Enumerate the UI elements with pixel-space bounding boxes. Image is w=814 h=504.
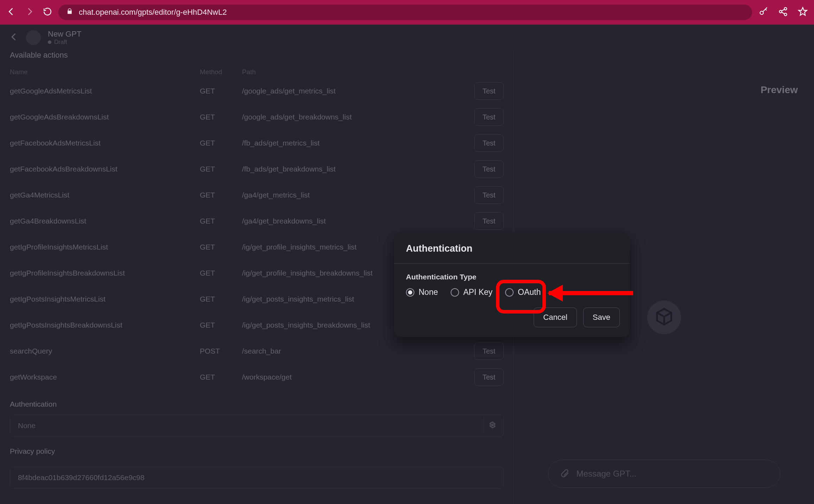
- key-icon[interactable]: [758, 7, 768, 18]
- test-button[interactable]: Test: [474, 160, 504, 178]
- action-name: getIgPostsInsightsBreakdownsList: [10, 321, 200, 329]
- share-icon[interactable]: [778, 7, 788, 18]
- action-method: GET: [200, 87, 242, 95]
- action-row: getFacebookAdsMetricsListGET/fb_ads/get_…: [10, 130, 504, 156]
- gpt-title: New GPT: [48, 30, 81, 39]
- preview-title: Preview: [761, 84, 798, 96]
- reload-icon[interactable]: [43, 7, 52, 18]
- preview-model-avatar: [647, 301, 681, 334]
- annotation-arrow: [549, 291, 633, 295]
- message-placeholder: Message GPT...: [577, 469, 637, 479]
- action-row: getGoogleAdsMetricsListGET/google_ads/ge…: [10, 78, 504, 104]
- annotation-highlight-box: [496, 280, 546, 314]
- action-name: getGoogleAdsBreakdownsList: [10, 113, 200, 121]
- action-name: searchQuery: [10, 347, 200, 355]
- action-method: POST: [200, 347, 242, 355]
- gpt-avatar-placeholder[interactable]: [26, 30, 41, 45]
- authentication-value: None: [18, 421, 36, 430]
- action-method: GET: [200, 139, 242, 147]
- action-name: getIgProfileInsightsBreakdownsList: [10, 269, 200, 277]
- action-path: /workspace/get: [242, 373, 462, 381]
- actions-table-header: Name Method Path: [10, 66, 504, 78]
- svg-point-3: [784, 13, 787, 16]
- star-icon[interactable]: [798, 7, 808, 18]
- app-root: New GPT Draft Available actions Name Met…: [0, 25, 814, 504]
- gear-icon: [489, 421, 496, 430]
- save-button[interactable]: Save: [583, 308, 620, 327]
- action-row: getGoogleAdsBreakdownsListGET/google_ads…: [10, 104, 504, 130]
- action-row: getWorkspaceGET/workspace/getTest: [10, 364, 504, 390]
- action-method: GET: [200, 113, 242, 121]
- action-method: GET: [200, 295, 242, 303]
- action-row: getGa4MetricsListGET/ga4/get_metrics_lis…: [10, 182, 504, 208]
- action-method: GET: [200, 165, 242, 173]
- action-method: GET: [200, 269, 242, 277]
- browser-toolbar: chat.openai.com/gpts/editor/g-eHhD4NwL2: [0, 0, 814, 25]
- action-name: getGoogleAdsMetricsList: [10, 87, 200, 95]
- authentication-field[interactable]: None: [10, 415, 504, 437]
- action-row: getGa4BreakdownsListGET/ga4/get_breakdow…: [10, 208, 504, 234]
- col-path: Path: [242, 68, 462, 76]
- col-method: Method: [200, 68, 242, 76]
- action-method: GET: [200, 217, 242, 225]
- action-path: /fb_ads/get_metrics_list: [242, 139, 462, 147]
- test-button[interactable]: Test: [474, 212, 504, 230]
- action-row: getFacebookAdsBreakdownsListGET/fb_ads/g…: [10, 156, 504, 182]
- lock-icon: [66, 8, 73, 17]
- svg-point-2: [780, 11, 782, 13]
- editor-back-icon[interactable]: [9, 32, 19, 43]
- action-path: /google_ads/get_metrics_list: [242, 87, 462, 95]
- test-button[interactable]: Test: [474, 342, 504, 360]
- col-name: Name: [10, 68, 200, 76]
- auth-type-apikey[interactable]: API Key: [451, 287, 492, 297]
- test-button[interactable]: Test: [474, 134, 504, 152]
- forward-icon[interactable]: [25, 7, 34, 18]
- back-icon[interactable]: [6, 7, 16, 18]
- message-input[interactable]: Message GPT...: [548, 460, 780, 488]
- test-button[interactable]: Test: [474, 186, 504, 204]
- action-method: GET: [200, 191, 242, 199]
- url-text: chat.openai.com/gpts/editor/g-eHhD4NwL2: [79, 8, 227, 17]
- privacy-policy-label: Privacy policy: [10, 447, 504, 455]
- action-name: getIgProfileInsightsMetricsList: [10, 243, 200, 251]
- action-name: getGa4MetricsList: [10, 191, 200, 199]
- action-method: GET: [200, 373, 242, 381]
- svg-point-1: [784, 7, 787, 10]
- radio-icon: [406, 288, 414, 297]
- action-name: getFacebookAdsMetricsList: [10, 139, 200, 147]
- test-button[interactable]: Test: [474, 82, 504, 100]
- privacy-policy-input[interactable]: [10, 467, 504, 489]
- gpt-status: Draft: [48, 39, 81, 46]
- modal-title: Authentication: [394, 232, 630, 264]
- action-name: getGa4BreakdownsList: [10, 217, 200, 225]
- action-method: GET: [200, 321, 242, 329]
- status-dot-icon: [48, 40, 51, 44]
- action-path: /google_ads/get_breakdowns_list: [242, 113, 462, 121]
- available-actions-title: Available actions: [10, 51, 504, 60]
- auth-type-none[interactable]: None: [406, 287, 438, 297]
- attachment-icon[interactable]: [560, 468, 570, 480]
- action-name: getFacebookAdsBreakdownsList: [10, 165, 200, 173]
- test-button[interactable]: Test: [474, 368, 504, 386]
- action-name: getWorkspace: [10, 373, 200, 381]
- action-path: /fb_ads/get_breakdowns_list: [242, 165, 462, 173]
- radio-icon: [451, 288, 459, 297]
- action-path: /search_bar: [242, 347, 462, 355]
- action-path: /ga4/get_breakdowns_list: [242, 217, 462, 225]
- svg-point-4: [491, 424, 493, 426]
- editor-header: New GPT Draft: [0, 25, 814, 49]
- svg-point-0: [760, 11, 763, 14]
- test-button[interactable]: Test: [474, 108, 504, 126]
- cube-icon: [655, 307, 674, 328]
- action-name: getIgPostsInsightsMetricsList: [10, 295, 200, 303]
- action-method: GET: [200, 243, 242, 251]
- action-path: /ga4/get_metrics_list: [242, 191, 462, 199]
- action-row: searchQueryPOST/search_barTest: [10, 338, 504, 364]
- authentication-label: Authentication: [10, 400, 504, 408]
- address-bar[interactable]: chat.openai.com/gpts/editor/g-eHhD4NwL2: [58, 5, 752, 20]
- authentication-gear-button[interactable]: [484, 417, 501, 434]
